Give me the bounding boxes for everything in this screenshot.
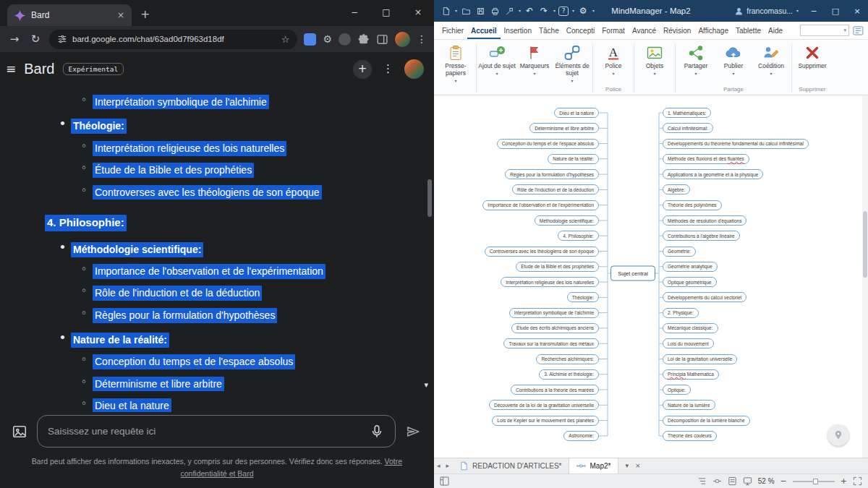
open-file-button[interactable]	[460, 4, 472, 17]
save-button[interactable]	[475, 4, 486, 17]
map-topic[interactable]: Décomposition de la lumière blanche	[663, 416, 750, 426]
zoom-in-button[interactable]: +	[841, 477, 847, 485]
sheet-tab-redaction-d-articles[interactable]: REDACTION D'ARTICLES*	[452, 458, 569, 474]
map-topic[interactable]: Étude des écrits alchimiques anciens	[511, 323, 599, 333]
zoom-out-button[interactable]: −	[780, 477, 787, 485]
close-button[interactable]: ×	[402, 0, 434, 25]
map-topic[interactable]: Mécanique classique:	[663, 323, 718, 333]
menu-tab-revision[interactable]: Révision	[660, 22, 694, 39]
map-topic[interactable]: Lois de Kepler sur le mouvement des plan…	[492, 416, 599, 426]
account-chip[interactable]: francomasu... ▾	[730, 7, 803, 16]
image-upload-icon[interactable]	[12, 424, 27, 440]
menu-tab-fichier[interactable]: Fichier	[438, 22, 467, 39]
ribbon-button-objets[interactable]: Objets▾	[636, 41, 673, 85]
print-button[interactable]	[489, 4, 501, 17]
minimize-button[interactable]: −	[339, 0, 370, 25]
canvas-scrollbar[interactable]	[862, 95, 868, 458]
ribbon-button-publier[interactable]: Publier▾	[715, 41, 752, 85]
map-topic[interactable]: Loi de la gravitation universelle	[663, 354, 737, 364]
map-topic[interactable]: Recherches alchimiques:	[536, 354, 599, 364]
map-topic[interactable]: Interprétation symbolique de l'alchimie	[509, 308, 599, 318]
panels-icon[interactable]	[440, 476, 449, 486]
map-topic[interactable]: Développements du calcul vectoriel	[663, 292, 746, 302]
account-avatar[interactable]	[404, 59, 424, 79]
ribbon-button-police[interactable]: APolice▾	[595, 41, 632, 85]
touch-mode-icon[interactable]	[853, 26, 864, 35]
forward-icon[interactable]: →	[7, 34, 22, 45]
map-topic[interactable]: Astronomie:	[563, 431, 599, 441]
zoom-slider-thumb[interactable]	[813, 479, 818, 484]
map-topic[interactable]: Principia Mathematica	[663, 369, 719, 380]
site-settings-icon[interactable]	[57, 34, 67, 44]
map-topic[interactable]: Déterminisme et libre arbitre	[529, 123, 599, 133]
map-topic[interactable]: Découverte de la loi de la gravitation u…	[489, 400, 599, 410]
close-sheet-icon[interactable]: ×	[635, 463, 641, 469]
extension-icon[interactable]	[304, 33, 316, 46]
menu-tab-tache[interactable]: Tâche	[535, 22, 563, 39]
map-topic[interactable]: Importance de l'observation et de l'expé…	[482, 200, 599, 210]
extension-icon[interactable]	[339, 33, 351, 46]
ribbon-button-ajout-de-sujet[interactable]: Ajout de sujet▾	[478, 41, 516, 85]
side-panel-icon[interactable]	[376, 33, 388, 46]
extensions-puzzle-icon[interactable]	[357, 33, 370, 46]
central-topic[interactable]: Sujet central	[610, 266, 655, 281]
menu-tab-concepti[interactable]: Concepti	[563, 22, 598, 39]
map-topic[interactable]: Travaux sur la transmutation des métaux	[503, 338, 599, 348]
scrollbar-thumb[interactable]	[863, 211, 867, 278]
ribbon-button-partager[interactable]: Partager▾	[677, 41, 715, 85]
menu-tab-aide[interactable]: Aide	[765, 22, 786, 39]
map-topic[interactable]: Étude de la Bible et des prophéties	[516, 262, 599, 272]
presentation-icon[interactable]	[743, 476, 752, 486]
map-topic[interactable]: Nature de la réalité:	[548, 154, 599, 164]
ribbon-button-coedition[interactable]: Coédition▾	[752, 41, 790, 85]
maximize-button[interactable]: □	[825, 0, 846, 22]
map-topic[interactable]: Contributions à la théorie des marées	[511, 385, 599, 395]
map-topic[interactable]: Conception du temps et de l'espace absol…	[497, 139, 599, 149]
browser-menu-icon[interactable]: ⋮	[417, 34, 427, 44]
redo-button[interactable]: ↷	[538, 4, 550, 17]
sheet-list-icon[interactable]: ▾	[625, 463, 629, 469]
map-topic[interactable]: Optique:	[663, 385, 691, 395]
ribbon-button-marqueurs[interactable]: Marqueurs▾	[516, 41, 553, 85]
new-chat-button[interactable]: +	[353, 60, 372, 79]
new-document-button[interactable]	[440, 4, 451, 17]
menu-tab-tablette[interactable]: Tablette	[732, 22, 765, 39]
ribbon-button-presse-papiers[interactable]: Presse-papiers▾	[437, 41, 475, 85]
maximize-button[interactable]: □	[370, 0, 402, 25]
map-topic[interactable]: Géométrie:	[663, 247, 696, 257]
sheet-nav-left-icon[interactable]: ◂	[434, 463, 443, 469]
map-topic[interactable]: Calcul infinitésimal:	[663, 123, 713, 133]
browser-tab-bard[interactable]: Bard ×	[7, 4, 132, 26]
map-topic[interactable]: 4. Philosophie:	[558, 231, 599, 241]
map-view-icon[interactable]	[712, 476, 722, 486]
ribbon-button-supprimer[interactable]: Supprimer	[793, 41, 831, 85]
menu-tab-avance[interactable]: Avancé	[629, 22, 660, 39]
search-box[interactable]: ▾	[800, 25, 849, 36]
send-icon[interactable]	[405, 424, 421, 440]
minimize-button[interactable]: −	[803, 0, 825, 22]
tab-close-icon[interactable]: ×	[117, 11, 124, 20]
menu-tab-insertion[interactable]: Insertion	[501, 22, 535, 39]
map-canvas[interactable]: Dieu et la natureDéterminisme et libre a…	[434, 95, 868, 458]
menu-tab-affichage[interactable]: Affichage	[694, 22, 732, 39]
help-button[interactable]: ?	[558, 7, 569, 16]
map-topic[interactable]: Théorie des polynômes	[663, 200, 722, 210]
map-topic[interactable]: Dieu et la nature	[554, 108, 599, 118]
profile-avatar[interactable]	[395, 32, 410, 47]
map-topic[interactable]: Méthodologie scientifique:	[535, 215, 599, 226]
microphone-icon[interactable]	[369, 424, 385, 440]
map-topic[interactable]: 1. Mathématiques:	[663, 108, 711, 118]
close-button[interactable]: ×	[846, 0, 868, 22]
more-options-icon[interactable]: ⋮	[383, 64, 393, 74]
map-topic[interactable]: Interprétation religieuse des lois natur…	[501, 277, 599, 287]
sheet-nav-right-icon[interactable]: ▸	[443, 463, 453, 469]
map-topic[interactable]: Contributions à l'algèbre linéaire	[663, 231, 740, 241]
reload-icon[interactable]: ↻	[28, 34, 43, 45]
map-topic[interactable]: Développements du théorème fondamental d…	[663, 139, 809, 149]
address-bar[interactable]: bard.google.com/chat/63ad0d7f963d18df ☆	[49, 30, 297, 49]
prompt-box[interactable]	[37, 415, 396, 448]
map-topic[interactable]: 3. Alchimie et théologie:	[539, 369, 599, 380]
map-topic[interactable]: Algèbre:	[663, 184, 690, 194]
gear-icon[interactable]: ⚙	[323, 34, 332, 44]
scrollbar-thumb[interactable]	[427, 179, 432, 217]
